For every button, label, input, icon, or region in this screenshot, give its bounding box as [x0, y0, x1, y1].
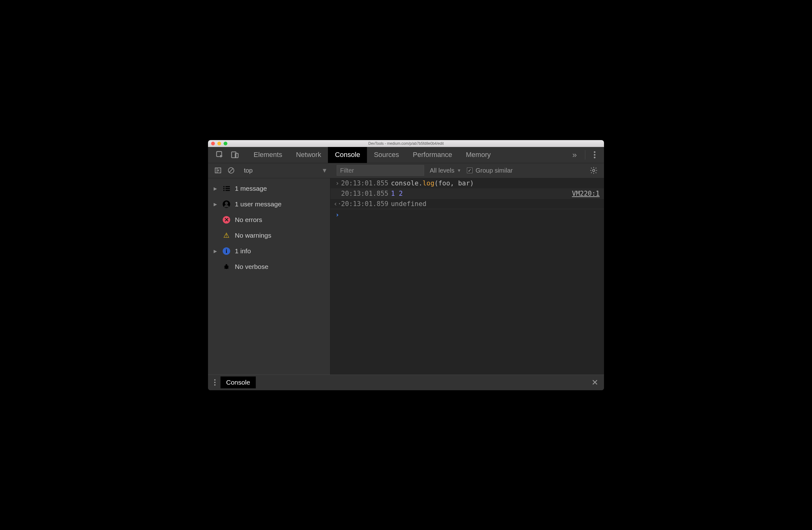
svg-point-21 [214, 384, 216, 386]
checkbox-icon: ✓ [467, 168, 473, 173]
titlebar: DevTools - medium.com/p/ab7b5fd8e0b4/edi… [208, 140, 604, 147]
console-log-output: 20:13:01.855 1 2 VM220:1 [330, 189, 604, 199]
code: console.log(foo, bar) [391, 180, 474, 187]
tab-console[interactable]: Console [328, 147, 367, 163]
list-icon [222, 184, 231, 193]
tab-network[interactable]: Network [289, 147, 328, 163]
svg-rect-16 [226, 190, 230, 191]
prompt-chevron-icon: › [334, 211, 341, 219]
more-tabs-icon[interactable]: » [572, 150, 577, 160]
tab-elements[interactable]: Elements [247, 147, 289, 163]
console-settings-icon[interactable] [590, 166, 598, 175]
chevron-down-icon: ▼ [457, 168, 461, 173]
group-similar-label: Group similar [476, 167, 513, 174]
svg-point-10 [593, 169, 595, 172]
error-icon: ✕ [222, 216, 231, 224]
timestamp: 20:13:01.855 [341, 190, 389, 197]
timestamp: 20:13:01.855 [341, 180, 389, 187]
zoom-window-button[interactable] [223, 142, 227, 145]
svg-rect-14 [226, 188, 230, 189]
svg-point-20 [214, 382, 216, 383]
sidebar-item-user-messages[interactable]: ▶ 1 user message [208, 196, 330, 212]
source-link[interactable]: VM220:1 [566, 190, 600, 197]
expand-arrow-icon: ▶ [214, 186, 218, 191]
log-values: 1 2 [391, 190, 403, 197]
svg-point-3 [594, 151, 595, 153]
console-sidebar: ▶ 1 message ▶ 1 user message ✕ No errors… [208, 178, 330, 375]
expand-arrow-icon: ▶ [214, 202, 218, 207]
close-window-button[interactable] [211, 142, 215, 145]
user-icon [222, 200, 231, 208]
device-toolbar-icon[interactable] [231, 150, 239, 159]
console-output[interactable]: › 20:13:01.855 console.log(foo, bar) 20:… [330, 178, 604, 375]
console-toolbar: top ▼ All levels ▼ ✓ Group similar [208, 163, 604, 178]
window-controls [211, 142, 227, 145]
return-chevron-icon: ‹· [334, 200, 341, 208]
group-similar-toggle[interactable]: ✓ Group similar [467, 167, 513, 174]
sidebar-item-verbose[interactable]: No verbose [208, 259, 330, 275]
tab-performance[interactable]: Performance [406, 147, 459, 163]
minimize-window-button[interactable] [217, 142, 221, 145]
svg-point-18 [226, 264, 227, 266]
chevron-down-icon: ▼ [321, 167, 328, 174]
return-text: undefined [391, 200, 426, 208]
timestamp: 20:13:01.859 [341, 200, 389, 208]
tabset: Elements Network Console Sources Perform… [247, 147, 497, 163]
svg-rect-12 [226, 186, 230, 187]
sidebar-item-label: 1 info [235, 247, 251, 255]
svg-point-19 [214, 379, 216, 380]
sidebar-item-warnings[interactable]: ⚠ No warnings [208, 228, 330, 243]
sidebar-item-label: 1 message [235, 185, 267, 192]
info-icon: i [222, 247, 231, 255]
svg-point-4 [594, 154, 595, 155]
log-levels-label: All levels [430, 167, 454, 174]
devtools-window: DevTools - medium.com/p/ab7b5fd8e0b4/edi… [208, 140, 604, 390]
log-levels-selector[interactable]: All levels ▼ [430, 167, 461, 174]
context-selector[interactable]: top ▼ [241, 165, 331, 176]
sidebar-item-errors[interactable]: ✕ No errors [208, 212, 330, 228]
expand-arrow-icon: ▶ [214, 249, 218, 254]
svg-line-9 [229, 169, 233, 172]
svg-point-5 [594, 157, 595, 158]
sidebar-item-label: No errors [235, 216, 262, 224]
panel-tabs: Elements Network Console Sources Perform… [208, 147, 604, 163]
sidebar-item-label: No verbose [235, 263, 268, 270]
tab-sources[interactable]: Sources [367, 147, 406, 163]
drawer: Console ✕ [208, 375, 604, 390]
svg-point-13 [223, 188, 224, 189]
window-title: DevTools - medium.com/p/ab7b5fd8e0b4/edi… [368, 141, 444, 146]
drawer-tab-console[interactable]: Console [220, 376, 256, 388]
filter-input[interactable] [337, 165, 424, 176]
sidebar-item-info[interactable]: ▶ i 1 info [208, 243, 330, 259]
devtools-menu-icon[interactable] [593, 151, 596, 159]
bug-icon [222, 263, 231, 271]
sidebar-item-label: 1 user message [235, 200, 281, 208]
svg-point-15 [223, 190, 224, 191]
close-drawer-icon[interactable]: ✕ [592, 378, 598, 387]
toggle-sidebar-icon[interactable] [214, 167, 222, 174]
inspect-element-icon[interactable] [216, 150, 224, 159]
console-prompt[interactable]: › [330, 209, 604, 221]
warning-icon: ⚠ [222, 232, 231, 239]
tab-memory[interactable]: Memory [459, 147, 497, 163]
input-chevron-icon: › [334, 180, 341, 187]
main-area: ▶ 1 message ▶ 1 user message ✕ No errors… [208, 178, 604, 375]
sidebar-item-messages[interactable]: ▶ 1 message [208, 181, 330, 196]
console-return-value: ‹· 20:13:01.859 undefined [330, 199, 604, 209]
console-input-echo: › 20:13:01.855 console.log(foo, bar) [330, 178, 604, 189]
sidebar-item-label: No warnings [235, 232, 271, 239]
svg-point-11 [223, 186, 224, 187]
clear-console-icon[interactable] [227, 167, 235, 174]
drawer-menu-icon[interactable] [214, 379, 216, 386]
context-label: top [244, 167, 253, 174]
